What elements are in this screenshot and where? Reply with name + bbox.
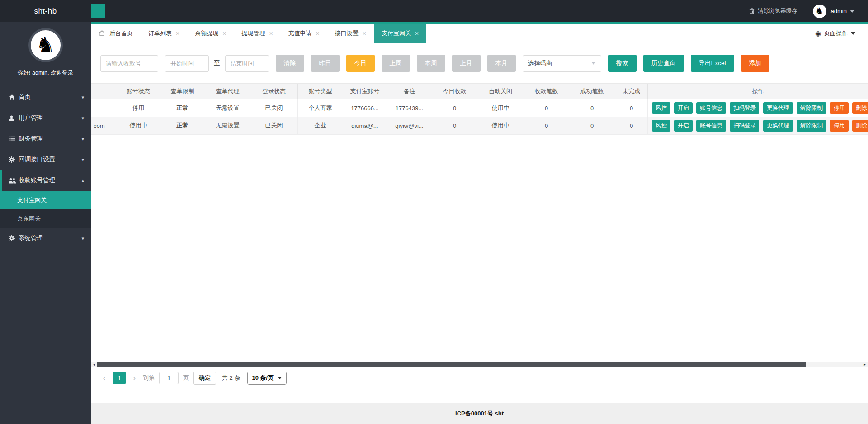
tab-order-list[interactable]: 订单列表 ×: [141, 24, 187, 43]
confirm-button[interactable]: 确定: [193, 372, 216, 385]
goto-label: 到第: [143, 374, 155, 382]
goto-page-input[interactable]: [159, 372, 179, 384]
tab-bar: 后台首页 订单列表 × 余额提现 × 提现管理 × 充值申请 × 接口设置 × …: [91, 22, 868, 43]
chevron-up-icon: ▴: [81, 178, 84, 184]
username-label[interactable]: admin: [831, 8, 847, 14]
total-count-label: 共 2 条: [222, 374, 240, 382]
sidebar-toggle-button[interactable]: [91, 4, 105, 18]
logo-horse-avatar: ♞: [28, 28, 63, 62]
sidebar-item-home[interactable]: 首页 ▾: [0, 87, 91, 108]
home-outline-icon: [99, 30, 105, 37]
sidebar: ♞ 你好! admin, 欢迎登录 首页 ▾ 用户管理 ▾ 财务管理 ▾: [0, 22, 91, 424]
this-week-button[interactable]: 本周: [417, 55, 445, 72]
prev-page-icon[interactable]: ‹: [100, 373, 108, 383]
chevron-down-icon[interactable]: [850, 10, 854, 13]
close-icon[interactable]: ×: [363, 30, 366, 37]
scan-login-button[interactable]: 扫码登录: [730, 102, 760, 114]
header-query-limit: 查单限制: [160, 84, 205, 99]
header-remark: 备注: [387, 84, 432, 99]
header-today-income: 今日收款: [432, 84, 477, 99]
risk-control-button[interactable]: 风控: [652, 102, 670, 114]
export-excel-button[interactable]: 导出Excel: [691, 55, 734, 72]
scan-login-button[interactable]: 扫码登录: [730, 120, 760, 132]
close-icon[interactable]: ×: [222, 30, 226, 37]
row-actions: 风控 开启 账号信息 扫码登录 更换代理 解除限制 停用 删除: [648, 99, 868, 117]
risk-control-button[interactable]: 风控: [652, 120, 670, 132]
horizontal-scrollbar[interactable]: ◂ ▸: [91, 362, 868, 367]
filter-toolbar: 至 清除 昨日 今日 上周 本周 上月 本月 选择码商 搜索 历史查询 导出Ex…: [91, 43, 868, 83]
header-auto-close: 自动关闭: [477, 84, 524, 99]
scroll-right-icon[interactable]: ▸: [862, 362, 868, 367]
yesterday-button[interactable]: 昨日: [311, 55, 340, 72]
tab-api-settings[interactable]: 接口设置 ×: [327, 24, 374, 43]
end-date-input[interactable]: [225, 55, 269, 72]
next-page-icon[interactable]: ›: [130, 373, 138, 383]
chevron-down-icon: ▾: [81, 157, 84, 163]
chevron-down-icon: ▾: [81, 115, 84, 121]
close-icon[interactable]: ×: [415, 30, 419, 37]
sidebar-subitem-jd-gateway[interactable]: 京东网关: [0, 209, 91, 228]
clear-cache-button[interactable]: 清除浏览器缓存: [749, 7, 797, 15]
logo-wrap: ♞: [0, 22, 91, 62]
header-account-type: 账号类型: [298, 84, 343, 99]
gear-icon: [9, 235, 19, 241]
tab-recharge-apply[interactable]: 充值申请 ×: [281, 24, 327, 43]
history-query-button[interactable]: 历史查询: [643, 55, 684, 72]
sidebar-item-user-management[interactable]: 用户管理 ▾: [0, 108, 91, 128]
radio-icon: ◉: [815, 29, 821, 38]
list-icon: [9, 136, 19, 142]
start-date-input[interactable]: [165, 55, 209, 72]
tab-dashboard[interactable]: 后台首页: [91, 24, 141, 43]
scroll-left-icon[interactable]: ◂: [91, 362, 97, 367]
avatar[interactable]: ♞: [813, 5, 826, 18]
sidebar-subitem-alipay-gateway[interactable]: 支付宝网关: [0, 191, 91, 209]
close-icon[interactable]: ×: [176, 30, 179, 37]
pagination: ‹ 1 › 到第 页 确定 共 2 条 10 条/页: [91, 371, 868, 385]
close-icon[interactable]: ×: [316, 30, 320, 37]
page-actions-dropdown[interactable]: ◉ 页面操作: [802, 24, 868, 43]
header-actions: 操作: [648, 84, 868, 99]
last-week-button[interactable]: 上周: [382, 55, 410, 72]
enable-button[interactable]: 开启: [674, 120, 693, 132]
content-divider: [91, 392, 868, 392]
sidebar-item-finance-management[interactable]: 财务管理 ▾: [0, 128, 91, 149]
delete-button[interactable]: 删除: [852, 102, 868, 114]
header-login-status: 登录状态: [250, 84, 298, 99]
merchant-select[interactable]: 选择码商: [523, 55, 601, 72]
change-proxy-button[interactable]: 更换代理: [763, 120, 793, 132]
disable-button[interactable]: 停用: [830, 102, 849, 114]
tab-withdraw-management[interactable]: 提现管理 ×: [234, 24, 280, 43]
header-alipay-account: 支付宝账号: [343, 84, 387, 99]
footer: ICP备00001号 sht: [91, 403, 868, 424]
last-month-button[interactable]: 上月: [452, 55, 481, 72]
tab-alipay-gateway[interactable]: 支付宝网关 ×: [374, 24, 426, 43]
clear-button[interactable]: 清除: [276, 55, 304, 72]
page-number-button[interactable]: 1: [113, 372, 126, 384]
enable-button[interactable]: 开启: [674, 102, 693, 114]
close-icon[interactable]: ×: [269, 30, 273, 37]
today-button[interactable]: 今日: [346, 55, 375, 72]
change-proxy-button[interactable]: 更换代理: [763, 102, 793, 114]
table-header-row: 账号状态 查单限制 查单代理 登录状态 账号类型 支付宝账号 备注 今日收款 自…: [91, 83, 868, 99]
account-info-button[interactable]: 账号信息: [696, 102, 726, 114]
users-icon: [9, 178, 19, 184]
disable-button[interactable]: 停用: [830, 120, 849, 132]
this-month-button[interactable]: 本月: [487, 55, 516, 72]
to-label: 至: [214, 59, 220, 67]
sidebar-item-system-management[interactable]: 系统管理 ▾: [0, 228, 91, 249]
chevron-down-icon: ▾: [81, 136, 84, 142]
remove-limit-button[interactable]: 解除限制: [797, 102, 826, 114]
sidebar-item-callback-settings[interactable]: 回调接口设置 ▾: [0, 149, 91, 170]
tab-balance-withdraw[interactable]: 余额提现 ×: [187, 24, 234, 43]
sidebar-item-payment-accounts[interactable]: 收款账号管理 ▴: [0, 170, 91, 191]
brand-title: sht-hb: [0, 7, 91, 16]
search-button[interactable]: 搜索: [608, 55, 637, 72]
delete-button[interactable]: 删除: [852, 120, 868, 132]
add-button[interactable]: 添加: [741, 55, 769, 72]
account-info-button[interactable]: 账号信息: [696, 120, 726, 132]
remove-limit-button[interactable]: 解除限制: [797, 120, 826, 132]
scrollbar-thumb[interactable]: [97, 362, 806, 367]
account-search-input[interactable]: [100, 55, 158, 72]
page-size-select[interactable]: 10 条/页: [247, 372, 287, 385]
welcome-text: 你好! admin, 欢迎登录: [0, 69, 91, 77]
